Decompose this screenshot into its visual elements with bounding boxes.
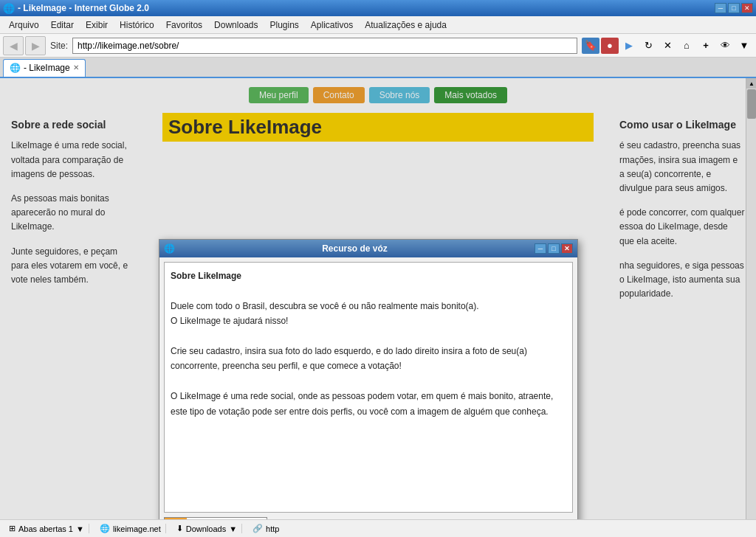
voice-dialog-title-text: Recurso de vóz <box>322 243 388 254</box>
status-site-label: likeimage.net <box>113 524 161 533</box>
menu-editar[interactable]: Editar <box>45 18 80 32</box>
download-icon: ⬇ <box>176 524 183 533</box>
progress-bar <box>164 517 267 519</box>
tab-label: - LikeImage <box>24 63 70 73</box>
status-http: 🔗 http <box>248 524 284 533</box>
reading-status-label: Lendo... <box>272 519 303 519</box>
voice-text-heading: Sobre LikeImage <box>171 271 241 281</box>
dialog-maximize-button[interactable]: □ <box>548 243 560 254</box>
voice-text-line2: O LikeImage te ajudará nisso! <box>171 316 288 326</box>
dialog-close-button[interactable]: ✕ <box>561 243 573 254</box>
dialog-controls: ─ □ ✕ <box>535 243 573 254</box>
menu-favoritos[interactable]: Favoritos <box>160 18 208 32</box>
menu-exibir[interactable]: Exibir <box>80 18 114 32</box>
menu-arquivo[interactable]: Arquivo <box>3 18 45 32</box>
title-bar: 🌐 - LikeImage - Internet Globe 2.0 ─ □ ✕ <box>0 0 756 16</box>
voice-text-line3: Crie seu cadastro, insira sua foto do la… <box>171 346 527 371</box>
voice-text-line1: Duele com todo o Brasil, descubra se voc… <box>171 301 479 311</box>
tabs-dropdown-icon: ▼ <box>76 524 84 533</box>
refresh-button[interactable]: ↻ <box>639 38 657 54</box>
menu-downloads[interactable]: Downloads <box>208 18 264 32</box>
downloads-label: Downloads <box>186 524 226 533</box>
tab-likeimage[interactable]: 🌐 - LikeImage ✕ <box>3 59 86 77</box>
red-button[interactable]: ● <box>601 38 619 54</box>
progress-fill <box>165 518 187 519</box>
menu-atualizacoes[interactable]: Atualizações e ajuda <box>359 18 453 32</box>
stop-button[interactable]: ✕ <box>659 38 676 54</box>
go-button[interactable]: ▶ <box>620 38 638 54</box>
status-site: 🌐 likeimage.net <box>95 524 166 533</box>
status-downloads[interactable]: ⬇ Downloads ▼ <box>172 524 242 533</box>
menu-historico[interactable]: Histórico <box>114 18 160 32</box>
http-icon: 🔗 <box>252 524 263 533</box>
back-button[interactable]: ◀ <box>3 36 24 55</box>
site-favicon: 🌐 <box>100 524 110 533</box>
voice-text-line4: O LikeImage é uma rede social, onde as p… <box>171 391 553 416</box>
home-button[interactable]: ⌂ <box>678 38 695 54</box>
http-label: http <box>266 524 279 533</box>
content-area: Meu perfil Contato Sobre nós Mais votado… <box>0 78 756 519</box>
toolbar: ◀ ▶ Site: 🔖 ● ▶ ↻ ✕ ⌂ + 👁 ▼ <box>0 34 756 58</box>
minimize-button[interactable]: ─ <box>715 3 726 13</box>
menu-bar: Arquivo Editar Exibir Histórico Favorito… <box>0 16 756 34</box>
maximize-button[interactable]: □ <box>728 3 740 13</box>
forward-button[interactable]: ▶ <box>25 36 46 55</box>
tab-close-button[interactable]: ✕ <box>73 63 79 72</box>
title-left: 🌐 - LikeImage - Internet Globe 2.0 <box>3 3 149 14</box>
menu-aplicativos[interactable]: Aplicativos <box>305 18 359 32</box>
window-title: - LikeImage - Internet Globe 2.0 <box>18 3 149 13</box>
status-bar: ⊞ Abas abertas 1 ▼ 🌐 likeimage.net ⬇ Dow… <box>0 519 756 537</box>
tab-icon: 🌐 <box>10 63 21 73</box>
menu-plugins[interactable]: Plugins <box>264 18 304 32</box>
toolbar-right-buttons: 🔖 ● ▶ ↻ ✕ ⌂ + 👁 ▼ <box>582 38 753 54</box>
downloads-dropdown-icon: ▼ <box>229 524 237 533</box>
menu-extra-button[interactable]: ▼ <box>735 38 753 54</box>
voice-dialog-title-icon: 🌐 <box>164 243 175 254</box>
window-controls: ─ □ ✕ <box>715 3 753 13</box>
voice-dialog-title: 🌐 Recurso de vóz ─ □ ✕ <box>159 240 577 257</box>
status-tabs[interactable]: ⊞ Abas abertas 1 ▼ <box>4 524 89 533</box>
voice-text-area[interactable]: Sobre LikeImage Duele com todo o Brasil,… <box>164 262 573 513</box>
close-button[interactable]: ✕ <box>741 3 753 13</box>
view-source-button[interactable]: 👁 <box>716 38 734 54</box>
add-tab-button[interactable]: + <box>697 38 715 54</box>
voice-progress-area: Lendo... <box>164 517 573 519</box>
site-label: Site: <box>50 41 68 51</box>
url-input[interactable] <box>72 38 577 54</box>
tabs-count-label: Abas abertas 1 <box>18 524 73 533</box>
bookmark-icon[interactable]: 🔖 <box>582 38 599 54</box>
dialog-minimize-button[interactable]: ─ <box>535 243 546 254</box>
tabs-bar: 🌐 - LikeImage ✕ <box>0 58 756 78</box>
voice-dialog: 🌐 Recurso de vóz ─ □ ✕ Sobre LikeImage D… <box>159 239 578 519</box>
browser-icon: 🌐 <box>3 3 15 14</box>
tabs-icon: ⊞ <box>9 524 16 533</box>
